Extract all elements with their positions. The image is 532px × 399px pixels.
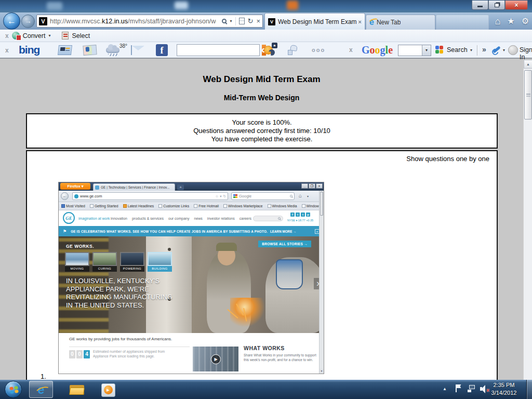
thumbnail-building: BUILDING	[148, 252, 172, 272]
forward-icon: →	[25, 17, 32, 25]
compatibility-view-icon[interactable]	[239, 18, 245, 24]
bing-logo[interactable]: bing	[19, 44, 39, 56]
search-dropdown-icon[interactable]: ▾	[230, 19, 232, 23]
wrench-dropdown-icon[interactable]: ▾	[503, 48, 505, 52]
bookmark-icon	[61, 204, 65, 208]
favorites-star-icon[interactable]: ★	[507, 16, 514, 27]
overflow-dots-icon[interactable]: ooo	[312, 47, 325, 53]
google-search-icon[interactable]	[435, 46, 444, 54]
headline-line: REVITALIZING MANUFACTURING	[66, 293, 172, 301]
news-icon-detail	[65, 48, 70, 49]
maps-icon[interactable]	[83, 45, 97, 56]
rewards-star-icon: ★	[272, 43, 277, 48]
refresh-icon[interactable]: ↻	[248, 17, 254, 25]
home-icon[interactable]: ⌂	[495, 16, 500, 27]
browser-command-icons: ⌂ ★ ⚙	[495, 16, 529, 27]
mail-icon[interactable]	[131, 45, 132, 55]
ge-works-label: GE WORKS.	[66, 244, 94, 249]
google-search-dropdown-icon[interactable]: ▾	[470, 48, 472, 52]
forward-button[interactable]: →	[21, 15, 35, 28]
close-button[interactable]: ×	[505, 1, 528, 10]
network-icon[interactable]	[468, 384, 476, 393]
bookmark-icon	[268, 204, 271, 208]
bookmark-icon	[90, 204, 94, 208]
face-shield-art	[276, 259, 303, 289]
show-desktop-button[interactable]	[526, 380, 532, 399]
ge-nav-link: careers	[240, 217, 251, 220]
address-bar[interactable]: V http://www.mvcsc.k12.in.us/mvhs/staff/…	[36, 15, 263, 28]
minimize-button[interactable]	[472, 1, 488, 10]
play-icon: ▶	[104, 385, 113, 394]
taskbar-media-player-button[interactable]: ▶	[98, 381, 118, 398]
bookmark-item: Most Visited	[61, 204, 85, 208]
weather-button[interactable]: 38°	[106, 44, 127, 57]
google-search-dropdown[interactable]: ▾	[422, 45, 431, 56]
rewards-icon[interactable]: ★	[264, 44, 276, 57]
ge-headline: IN LOUISVILLE, KENTUCKY'S APPLIANCE PARK…	[66, 277, 172, 309]
ge-nav-link: news	[194, 217, 202, 220]
network-screen	[469, 385, 475, 389]
google-search-button[interactable]: Search	[447, 46, 468, 54]
tab-new-tab[interactable]: e New Tab	[366, 15, 435, 30]
avatar[interactable]	[508, 45, 518, 55]
select-button[interactable]: Select	[72, 32, 90, 39]
sign-in-button[interactable]: Sign In	[520, 46, 532, 61]
url-text: http://www.mvcsc.k12.in.us/mvhs/staff/jb…	[50, 18, 216, 25]
bing-toolbar: x bing 38° f ★ ooo x Google ▾	[0, 42, 532, 59]
ge-logo: GE	[63, 212, 75, 224]
bookmark-icon	[158, 204, 162, 208]
action-center-flag-icon[interactable]	[455, 384, 462, 393]
chevrons-icon[interactable]: »	[482, 45, 486, 54]
news-icon[interactable]	[58, 45, 72, 55]
flag-pole	[456, 384, 457, 392]
tab-close-icon[interactable]: ×	[358, 19, 362, 25]
flag-icon: ⚑	[63, 229, 66, 234]
wrench-icon[interactable]	[493, 46, 500, 53]
banner-learn-more-link: LEARN MORE →	[270, 230, 296, 233]
tab-strip[interactable]	[436, 15, 489, 30]
browser-scrollbar[interactable]: ▲	[523, 60, 532, 380]
convert-button[interactable]: Convert	[23, 32, 46, 39]
what-works-title: WHAT WORKS	[244, 345, 285, 351]
thumbnail-powering: POWERING	[120, 252, 144, 272]
restore-button[interactable]	[488, 1, 505, 10]
dropdown-icon: ▾	[307, 194, 309, 198]
bookmark-item: Windows Media	[268, 204, 297, 208]
taskbar-explorer-button[interactable]	[66, 381, 87, 398]
show-hidden-icons-button[interactable]: ▲	[443, 387, 447, 391]
desktop-blur-shape	[47, 2, 62, 10]
google-ball-detail	[235, 196, 237, 198]
bing-search-input[interactable]	[177, 45, 262, 56]
close-icon: ×	[514, 2, 518, 9]
convert-dropdown-icon[interactable]: ▾	[48, 33, 50, 38]
toolbar-close-icon[interactable]: x	[349, 46, 353, 54]
tab-web-design-exam[interactable]: V Web Design Mid Term Exam ×	[264, 13, 365, 30]
google-ball-detail	[233, 196, 235, 198]
google-ball-detail	[233, 194, 235, 196]
bookmark-item: Customize Links	[158, 204, 189, 208]
thumbnail-image	[92, 252, 117, 266]
search-icon	[278, 217, 281, 220]
page-content: Web Design Mid Term Exam Mid-Term Web De…	[0, 60, 532, 380]
back-button[interactable]: ←	[3, 12, 20, 30]
firefox-titlebar: Firefox ▾ GE | Technology | Services | F…	[59, 182, 324, 191]
search-icon[interactable]	[222, 19, 227, 23]
google-search-input[interactable]	[398, 45, 422, 56]
show-questions-link[interactable]: Show questions one by one	[406, 155, 489, 163]
scroll-up-button[interactable]: ▲	[524, 60, 532, 69]
like-thumb-icon[interactable]	[287, 45, 298, 55]
firefox-search-box: Google	[231, 192, 295, 200]
tools-gear-icon[interactable]: ⚙	[522, 16, 529, 27]
taskbar-clock[interactable]: 2:35 PM 3/14/2012	[487, 381, 521, 397]
bookmark-label: Most Visited	[66, 204, 85, 208]
scrollbar-thumb[interactable]	[524, 70, 532, 119]
url-prefix: http://www.mvcsc.	[50, 18, 102, 25]
facebook-icon[interactable]: f	[156, 44, 168, 56]
search-engine-label: Google	[239, 194, 290, 198]
toolbar-close-icon[interactable]: x	[5, 47, 9, 54]
taskbar-ie-button[interactable]: e	[29, 381, 53, 398]
start-button[interactable]	[5, 381, 22, 398]
firefox-navbar: ← www.ge.com ☆ ▾ ↻ Google	[59, 191, 324, 202]
toolbar-close-icon[interactable]: x	[5, 32, 9, 39]
stop-icon[interactable]: ×	[256, 17, 260, 25]
